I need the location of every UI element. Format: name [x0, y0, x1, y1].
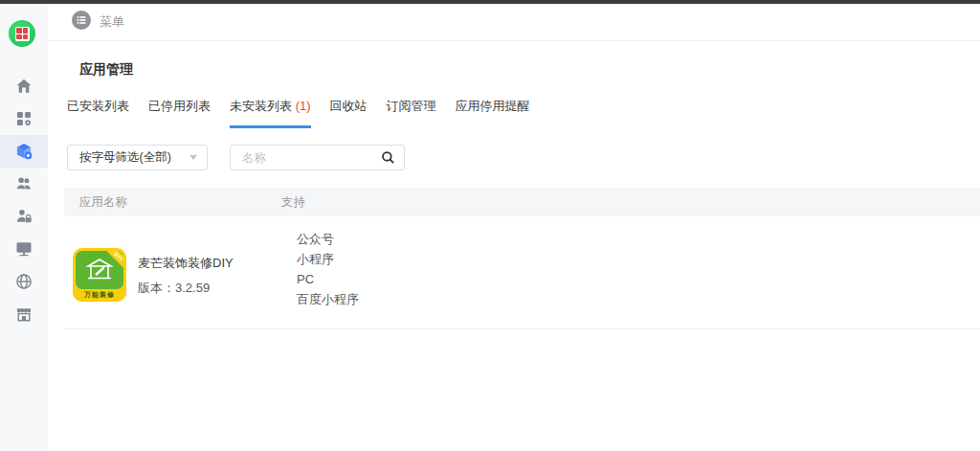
- sidebar-item-site[interactable]: [0, 265, 48, 298]
- app-version: 版本：3.2.59: [138, 280, 234, 297]
- search-icon[interactable]: [381, 150, 395, 165]
- brand-logo[interactable]: [9, 20, 35, 47]
- sidebar: [0, 4, 48, 451]
- user-lock-icon: [14, 207, 33, 226]
- main-content: 应用管理 已安装列表 已停用列表 未安装列表 (1) 回收站 订阅管理 应用停用…: [48, 41, 980, 451]
- sidebar-item-app-management[interactable]: [0, 135, 48, 168]
- letter-filter-select[interactable]: 按字母筛选(全部): [67, 145, 208, 170]
- sidebar-item-home[interactable]: [0, 70, 48, 102]
- tab-bar: 已安装列表 已停用列表 未安装列表 (1) 回收站 订阅管理 应用停用提醒: [67, 92, 980, 128]
- tab-installed-list[interactable]: 已安装列表: [67, 92, 129, 128]
- name-search-box: [230, 145, 405, 170]
- tab-disabled-list[interactable]: 已停用列表: [148, 92, 211, 128]
- column-header-app-name: 应用名称: [64, 194, 281, 211]
- store-icon: [14, 304, 33, 324]
- icon-banner: 万能装修: [73, 289, 126, 302]
- support-cell: 公众号 小程序 PC 百度小程序: [297, 216, 980, 328]
- top-header-bar: 菜单: [48, 4, 980, 41]
- letter-filter-value: 按字母筛选(全部): [79, 149, 189, 166]
- app-icon: DIY 万能装修: [73, 248, 126, 302]
- users-icon: [14, 174, 33, 193]
- tab-subscription-management[interactable]: 订阅管理: [387, 92, 436, 128]
- app-cube-gear-icon: [14, 142, 33, 161]
- sidebar-item-store[interactable]: [0, 298, 48, 330]
- sidebar-item-users[interactable]: [0, 168, 48, 200]
- menu-list-icon: [72, 11, 91, 34]
- table-header-row: 应用名称 支持: [64, 188, 980, 216]
- support-item: PC: [297, 269, 980, 289]
- menu-button[interactable]: 菜单: [72, 11, 124, 34]
- home-icon: [14, 77, 33, 96]
- menu-label: 菜单: [100, 13, 124, 31]
- tab-uninstalled-list[interactable]: 未安装列表 (1): [230, 92, 311, 128]
- tab-count-badge: (1): [296, 99, 311, 113]
- sidebar-nav: [0, 70, 48, 330]
- apps-icon: [14, 109, 33, 128]
- support-item: 公众号: [297, 229, 980, 249]
- name-search-input[interactable]: [242, 151, 381, 165]
- app-name: 麦芒装饰装修DIY: [138, 255, 234, 272]
- sidebar-item-apps[interactable]: [0, 102, 48, 135]
- app-name-cell: DIY 万能装修 麦芒装饰装修DIY 版本：3.2.59: [64, 216, 297, 328]
- support-item: 小程序: [297, 249, 980, 269]
- tab-app-disable-reminder[interactable]: 应用停用提醒: [456, 92, 530, 128]
- page-title: 应用管理: [79, 61, 980, 79]
- sidebar-item-terminal[interactable]: [0, 233, 48, 265]
- tab-recycle-bin[interactable]: 回收站: [330, 92, 368, 128]
- app-window: 菜单 应用管理 已安装列表 已停用列表 未安装列表 (1) 回收站 订阅管理 应…: [0, 0, 980, 451]
- chevron-down-icon: [189, 155, 197, 160]
- column-header-support: 支持: [281, 194, 980, 211]
- app-text-block: 麦芒装饰装修DIY 版本：3.2.59: [138, 255, 234, 328]
- apps-table: 应用名称 支持: [48, 188, 980, 329]
- support-item: 百度小程序: [297, 289, 980, 309]
- filter-row: 按字母筛选(全部): [67, 145, 980, 170]
- brand-seal-icon: [15, 27, 30, 41]
- sidebar-item-permissions[interactable]: [0, 200, 48, 233]
- monitor-icon: [14, 239, 33, 259]
- table-row[interactable]: DIY 万能装修 麦芒装饰装修DIY 版本：3.2.59 公众号 小程序 PC …: [64, 216, 980, 329]
- globe-icon: [14, 272, 33, 291]
